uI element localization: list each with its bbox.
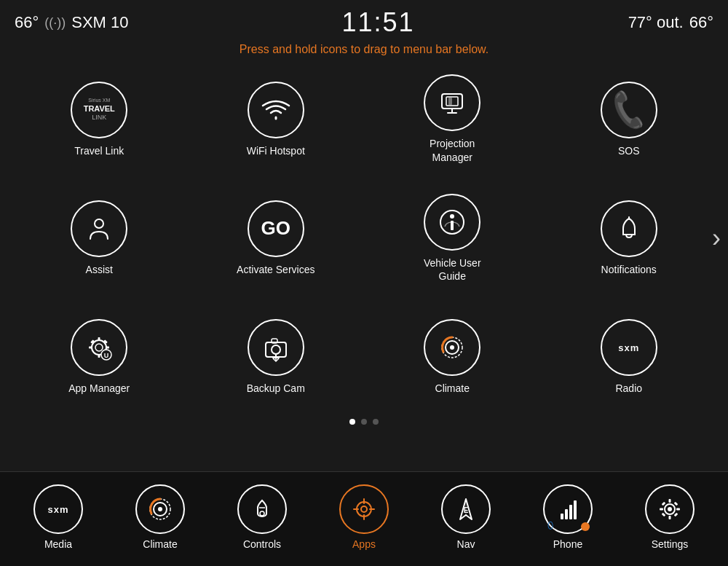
backup-cam-icon bbox=[248, 319, 304, 376]
media-nav-icon: sxm bbox=[33, 484, 83, 534]
radio-station: SXM 10 bbox=[71, 13, 128, 32]
app-item-app-manager[interactable]: U App Manager bbox=[15, 302, 184, 413]
climate-nav-icon bbox=[135, 484, 185, 534]
notifications-icon bbox=[601, 200, 657, 257]
temp-right: 66° bbox=[689, 13, 713, 32]
notifications-label: Notifications bbox=[601, 263, 657, 276]
bottom-nav: sxm Media Climate Controls bbox=[0, 471, 728, 566]
dot-2 bbox=[361, 419, 367, 425]
svg-point-11 bbox=[95, 344, 103, 351]
travel-link-label: Travel Link bbox=[74, 144, 124, 157]
status-bar: 66° ((·)) SXM 10 11:51 77° out. 66° bbox=[0, 0, 728, 42]
svg-point-7 bbox=[450, 214, 454, 219]
app-item-travel-link[interactable]: Sirius XM TRAVEL LINK Travel Link bbox=[15, 63, 184, 175]
wifi-hotspot-icon bbox=[248, 82, 304, 138]
svg-point-21 bbox=[272, 345, 280, 354]
temp-out: 77° out. bbox=[628, 13, 684, 32]
media-nav-label: Media bbox=[44, 538, 72, 550]
svg-point-28 bbox=[450, 345, 454, 350]
dot-3 bbox=[373, 419, 379, 425]
svg-rect-56 bbox=[674, 513, 678, 517]
svg-point-32 bbox=[260, 511, 264, 516]
temp-left: 66° bbox=[15, 13, 39, 32]
svg-rect-52 bbox=[676, 508, 680, 511]
nav-item-media[interactable]: sxm Media bbox=[25, 484, 91, 550]
svg-point-48 bbox=[668, 507, 672, 511]
sos-label: SOS bbox=[618, 144, 640, 157]
wifi-hotspot-label: WiFi Hotspot bbox=[247, 144, 305, 157]
svg-text:U: U bbox=[104, 352, 109, 359]
svg-rect-14 bbox=[89, 347, 92, 349]
travel-link-icon: Sirius XM TRAVEL LINK bbox=[71, 82, 127, 138]
app-item-assist[interactable]: Assist bbox=[15, 182, 184, 294]
apps-grid-container: Sirius XM TRAVEL LINK Travel Link WiFi H… bbox=[0, 63, 728, 413]
svg-rect-53 bbox=[662, 502, 666, 506]
radio-label: Radio bbox=[615, 382, 642, 395]
appmanager-svg: U bbox=[83, 331, 115, 363]
apps-nav-label: Apps bbox=[352, 538, 376, 550]
app-item-activate-services[interactable]: GO Activate Services bbox=[191, 182, 361, 294]
app-item-projection-manager[interactable]: ProjectionManager bbox=[368, 63, 537, 175]
status-right: 77° out. 66° bbox=[628, 13, 713, 32]
svg-rect-45 bbox=[569, 505, 572, 519]
next-page-arrow[interactable]: › bbox=[712, 223, 721, 253]
assist-label: Assist bbox=[86, 263, 113, 276]
svg-rect-13 bbox=[98, 354, 100, 358]
app-item-climate[interactable]: Climate bbox=[368, 302, 537, 413]
nav-item-climate[interactable]: Climate bbox=[127, 484, 193, 550]
app-item-vehicle-user-guide[interactable]: Vehicle UserGuide bbox=[368, 182, 537, 294]
status-left: 66° ((·)) SXM 10 bbox=[15, 13, 129, 32]
app-item-backup-cam[interactable]: Backup Cam bbox=[191, 302, 361, 413]
app-item-notifications[interactable]: Notifications bbox=[545, 182, 714, 294]
hint-text: Press and hold icons to drag to menu bar… bbox=[0, 42, 728, 63]
apps-nav-icon bbox=[339, 484, 389, 534]
svg-rect-12 bbox=[98, 337, 100, 341]
vehicle-user-guide-label: Vehicle UserGuide bbox=[424, 256, 481, 283]
svg-rect-4 bbox=[448, 98, 452, 105]
nav-item-phone[interactable]: ⬯ Phone bbox=[535, 484, 601, 550]
nav-item-apps[interactable]: Apps bbox=[331, 484, 397, 550]
controls-svg bbox=[246, 493, 278, 525]
svg-rect-43 bbox=[561, 514, 563, 519]
climate-nav-label: Climate bbox=[143, 538, 177, 550]
svg-text:E: E bbox=[464, 506, 469, 514]
svg-rect-46 bbox=[574, 500, 577, 519]
dot-1 bbox=[349, 419, 355, 425]
climate-svg bbox=[436, 331, 468, 363]
radio-icon: sxm bbox=[601, 319, 657, 376]
projection-manager-label: ProjectionManager bbox=[430, 137, 475, 163]
climate-label: Climate bbox=[435, 382, 470, 395]
vehicle-user-guide-icon bbox=[424, 194, 480, 251]
controls-nav-icon bbox=[237, 484, 287, 534]
assist-svg bbox=[83, 213, 115, 245]
svg-rect-49 bbox=[669, 499, 671, 503]
svg-rect-51 bbox=[660, 508, 663, 511]
assist-icon bbox=[71, 200, 127, 257]
clock: 11:51 bbox=[342, 7, 415, 38]
camera-svg bbox=[260, 331, 292, 363]
nav-item-settings[interactable]: Settings bbox=[637, 484, 703, 550]
climate-nav-svg bbox=[144, 493, 176, 525]
bell-svg bbox=[613, 213, 645, 245]
svg-rect-54 bbox=[674, 502, 678, 506]
signal-icon: ((·)) bbox=[44, 15, 66, 31]
nav-nav-icon: E bbox=[441, 484, 491, 534]
apps-svg bbox=[348, 493, 380, 525]
nav-item-controls[interactable]: Controls bbox=[229, 484, 295, 550]
apps-grid: Sirius XM TRAVEL LINK Travel Link WiFi H… bbox=[0, 63, 728, 413]
nav-svg: E bbox=[450, 493, 482, 525]
climate-icon bbox=[424, 319, 480, 376]
nav-item-nav[interactable]: E Nav bbox=[433, 484, 499, 550]
svg-point-31 bbox=[158, 507, 162, 511]
app-manager-icon: U bbox=[71, 319, 127, 376]
pagination bbox=[0, 413, 728, 431]
app-manager-label: App Manager bbox=[68, 382, 130, 395]
activate-services-icon: GO bbox=[248, 200, 304, 257]
app-item-wifi-hotspot[interactable]: WiFi Hotspot bbox=[191, 63, 361, 175]
app-item-radio[interactable]: sxm Radio bbox=[545, 302, 714, 413]
sos-icon: 📞 bbox=[601, 82, 657, 138]
app-item-sos[interactable]: 📞 SOS bbox=[545, 63, 714, 175]
phone-nav-icon: ⬯ bbox=[543, 484, 593, 534]
activate-services-label: Activate Services bbox=[237, 263, 314, 276]
nav-nav-label: Nav bbox=[457, 538, 475, 550]
